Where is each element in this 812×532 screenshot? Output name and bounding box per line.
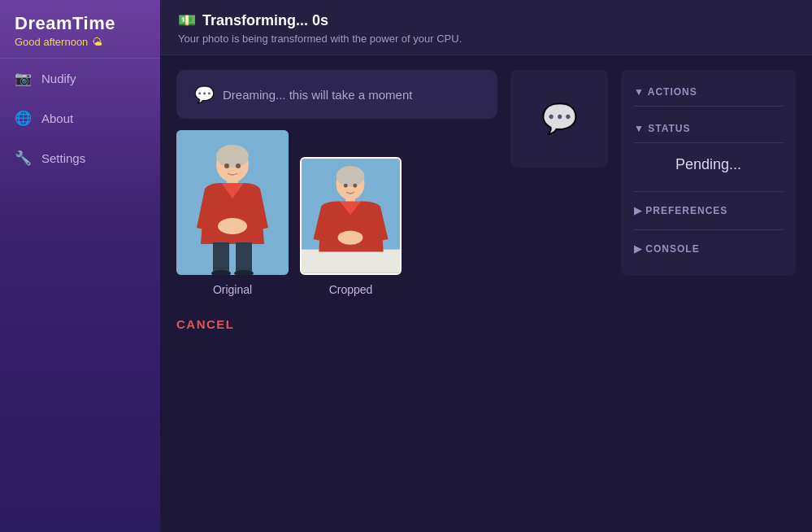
console-divider bbox=[634, 229, 783, 230]
cancel-button[interactable]: CANCEL bbox=[176, 311, 497, 338]
topbar-title: 💵 Transforming... 0s bbox=[178, 11, 794, 29]
actions-section: ▼ ACTIONS bbox=[634, 81, 783, 113]
content-area: 💬 Dreaming... this will take a moment bbox=[160, 55, 812, 532]
cropped-image-svg bbox=[302, 159, 400, 273]
svg-point-9 bbox=[224, 164, 229, 168]
right-panel: ▼ ACTIONS ▼ STATUS Pending... ▶ PREFEREN… bbox=[621, 70, 796, 276]
pref-divider bbox=[634, 191, 783, 192]
preferences-section: ▶ PREFERENCES bbox=[634, 188, 783, 221]
dream-text: Dreaming... this will take a moment bbox=[223, 88, 412, 102]
nudify-icon: 📷 bbox=[15, 70, 32, 87]
subtitle-text: Good afternoon bbox=[15, 36, 88, 48]
status-value: Pending... bbox=[634, 150, 783, 183]
original-image-svg bbox=[176, 130, 289, 275]
topbar-title-text: Transforming... 0s bbox=[202, 12, 328, 29]
dream-bubble: 💬 Dreaming... this will take a moment bbox=[176, 70, 497, 119]
status-section: ▼ STATUS Pending... bbox=[634, 118, 783, 183]
console-label: ▶ CONSOLE bbox=[634, 243, 700, 255]
topbar-subtitle: Your photo is being transformed with the… bbox=[178, 33, 794, 45]
status-header[interactable]: ▼ STATUS bbox=[634, 118, 783, 139]
processing-icon: 💬 bbox=[541, 102, 578, 136]
images-row: Original bbox=[176, 130, 497, 296]
app-title: DreamTime bbox=[15, 13, 145, 34]
svg-point-17 bbox=[344, 184, 348, 188]
svg-point-2 bbox=[216, 145, 249, 168]
app-header: DreamTime Good afternoon 🌤 bbox=[0, 0, 160, 59]
svg-point-14 bbox=[337, 166, 365, 186]
svg-point-10 bbox=[236, 164, 241, 168]
actions-label: ▼ ACTIONS bbox=[634, 86, 697, 98]
topbar: 💵 Transforming... 0s Your photo is being… bbox=[160, 0, 812, 55]
app-subtitle: Good afternoon 🌤 bbox=[15, 36, 145, 48]
svg-rect-5 bbox=[213, 242, 229, 273]
svg-point-4 bbox=[218, 218, 247, 234]
settings-label: Settings bbox=[41, 151, 85, 165]
actions-header[interactable]: ▼ ACTIONS bbox=[634, 81, 783, 102]
left-panel: 💬 Dreaming... this will take a moment bbox=[176, 70, 497, 517]
sidebar-item-nudify[interactable]: 📷 Nudify bbox=[0, 59, 160, 98]
console-section: ▶ CONSOLE bbox=[634, 226, 783, 259]
cropped-image-container: Cropped bbox=[300, 157, 402, 296]
nudify-label: Nudify bbox=[41, 72, 76, 85]
preferences-label: ▶ PREFERENCES bbox=[634, 205, 727, 216]
svg-point-18 bbox=[353, 184, 357, 188]
sidebar-item-about[interactable]: 🌐 About bbox=[0, 98, 160, 138]
console-header[interactable]: ▶ CONSOLE bbox=[634, 237, 783, 259]
cropped-label: Cropped bbox=[329, 283, 373, 296]
about-icon: 🌐 bbox=[15, 110, 32, 127]
topbar-emoji: 💵 bbox=[178, 11, 196, 29]
subtitle-emoji: 🌤 bbox=[92, 36, 102, 48]
sidebar: DreamTime Good afternoon 🌤 📷 Nudify 🌐 Ab… bbox=[0, 0, 160, 532]
cropped-image-frame bbox=[300, 157, 402, 275]
svg-point-16 bbox=[338, 230, 363, 244]
svg-rect-12 bbox=[302, 250, 400, 273]
preferences-header[interactable]: ▶ PREFERENCES bbox=[634, 198, 783, 221]
sidebar-item-settings[interactable]: 🔧 Settings bbox=[0, 138, 160, 178]
actions-divider bbox=[634, 106, 783, 107]
about-label: About bbox=[41, 111, 73, 125]
middle-preview-panel: 💬 bbox=[510, 70, 608, 168]
svg-rect-6 bbox=[236, 242, 252, 273]
status-divider bbox=[634, 142, 783, 143]
main-content: 💵 Transforming... 0s Your photo is being… bbox=[160, 0, 812, 532]
bubble-icon: 💬 bbox=[194, 85, 215, 104]
original-image-frame bbox=[176, 130, 289, 275]
original-label: Original bbox=[213, 283, 252, 296]
settings-icon: 🔧 bbox=[15, 150, 32, 167]
original-image-container: Original bbox=[176, 130, 289, 296]
status-label: ▼ STATUS bbox=[634, 123, 690, 134]
